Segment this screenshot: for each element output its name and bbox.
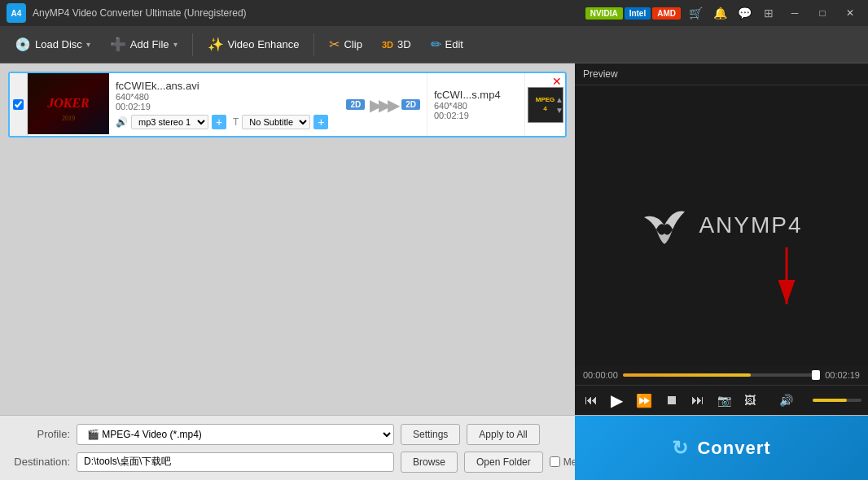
preview-progress: 00:00:00 00:02:19 xyxy=(575,365,868,385)
audio-select[interactable]: mp3 stereo 1 xyxy=(131,115,208,129)
scroll-down-button[interactable]: ▼ xyxy=(555,106,563,115)
file-item: JOKER 2019 fcCWIEk...ans.avi 640*480 00:… xyxy=(8,72,567,137)
audio-row: 🔊 mp3 stereo 1 + T No Subtitle + xyxy=(116,115,333,129)
volume-fill xyxy=(813,399,847,402)
logo-bird-icon xyxy=(640,205,689,246)
svg-text:2019: 2019 xyxy=(62,115,75,122)
edit-button[interactable]: ✏ Edit xyxy=(423,33,471,56)
anymp4-logo: ANYMP4 xyxy=(640,205,802,246)
load-disc-arrow: ▾ xyxy=(86,40,90,49)
source-duration-row: 00:02:19 xyxy=(116,102,333,111)
output-filename: fcCWI...s.mp4 xyxy=(434,89,518,101)
album-button[interactable]: 🖼 xyxy=(741,392,759,408)
window-controls: 🛒 🔔 💬 ⊞ ─ □ ✕ xyxy=(686,2,861,24)
close-button[interactable]: ✕ xyxy=(839,2,861,24)
source-filename: fcCWIEk...ans.avi xyxy=(116,80,199,92)
svg-text:JOKER: JOKER xyxy=(46,96,90,110)
nvidia-badge: NVIDIA xyxy=(585,7,623,20)
main-area: JOKER 2019 fcCWIEk...ans.avi 640*480 00:… xyxy=(0,63,868,415)
source-duration: 00:02:19 xyxy=(116,102,151,111)
add-audio-button[interactable]: + xyxy=(212,115,226,129)
arrow-right-icon: ▶▶▶ xyxy=(370,95,397,115)
chat-icon[interactable]: 💬 xyxy=(734,3,754,23)
progress-track[interactable] xyxy=(623,373,820,377)
cart-icon[interactable]: 🛒 xyxy=(686,3,705,23)
preview-panel: Preview ANYMP4 xyxy=(575,63,868,415)
bottom-bar: Profile: 🎬 MPEG-4 Video (*.mp4) Settings… xyxy=(0,415,868,480)
output-file-info: fcCWI...s.mp4 640*480 00:02:19 xyxy=(427,73,524,136)
app-logo: A4 xyxy=(7,3,26,23)
dest-2d-badge: 2D xyxy=(401,99,420,110)
convert-icon: ↻ xyxy=(672,437,689,460)
audio-icon: 🔊 xyxy=(116,116,128,128)
video-enhance-button[interactable]: ✨ Video Enhance xyxy=(199,33,308,56)
file-close-button[interactable]: ✕ xyxy=(550,75,563,88)
skip-forward-button[interactable]: ⏭ xyxy=(688,391,708,409)
logo-text: ANYMP4 xyxy=(699,212,802,238)
layout-icon[interactable]: ⊞ xyxy=(759,3,778,23)
clip-button[interactable]: ✂ Clip xyxy=(321,33,370,56)
thumbnail-inner: JOKER 2019 xyxy=(28,73,109,134)
apply-to-all-button[interactable]: Apply to All xyxy=(467,424,539,445)
browse-button[interactable]: Browse xyxy=(401,452,458,473)
source-meta-row: 640*480 xyxy=(116,92,333,102)
fast-forward-button[interactable]: ⏩ xyxy=(633,391,655,410)
settings-button[interactable]: Settings xyxy=(401,424,460,445)
disc-icon: 💿 xyxy=(15,37,31,52)
output-resolution: 640*480 xyxy=(434,101,518,111)
output-duration: 00:02:19 xyxy=(434,111,518,120)
source-2d-badge: 2D xyxy=(346,99,365,110)
toolbar-separator-2 xyxy=(313,33,314,56)
minimize-button[interactable]: ─ xyxy=(783,2,806,24)
intel-badge: Intel xyxy=(625,7,651,20)
skip-back-button[interactable]: ⏮ xyxy=(581,391,601,409)
profile-select[interactable]: 🎬 MPEG-4 Video (*.mp4) xyxy=(77,424,394,445)
volume-track[interactable] xyxy=(813,399,861,402)
volume-icon: 🔊 xyxy=(779,394,793,407)
toolbar: 💿 Load Disc ▾ ➕ Add File ▾ ✨ Video Enhan… xyxy=(0,26,868,63)
play-button[interactable]: ▶ xyxy=(607,389,626,412)
stop-button[interactable]: ⏹ xyxy=(662,391,682,409)
svg-text:A4: A4 xyxy=(11,9,22,18)
time-end: 00:02:19 xyxy=(825,370,860,380)
preview-header: Preview xyxy=(575,63,868,85)
edit-icon: ✏ xyxy=(431,37,441,52)
conversion-badges: 2D ▶▶▶ 2D xyxy=(340,73,427,136)
source-resolution: 640*480 xyxy=(116,92,149,102)
file-thumbnail: JOKER 2019 xyxy=(28,73,109,134)
progress-fill xyxy=(623,373,752,377)
scroll-up-button[interactable]: ▲ xyxy=(555,95,563,104)
enhance-icon: ✨ xyxy=(208,37,224,52)
add-file-icon: ➕ xyxy=(110,37,126,52)
scroll-controls: ▲ ▼ xyxy=(555,95,563,115)
add-file-button[interactable]: ➕ Add File ▾ xyxy=(102,33,186,56)
merge-checkbox[interactable] xyxy=(550,456,560,467)
subtitle-icon: T xyxy=(233,116,239,128)
gpu-badges: NVIDIA Intel AMD xyxy=(585,7,681,20)
file-item-checkbox[interactable] xyxy=(13,99,24,110)
add-file-arrow: ▾ xyxy=(173,40,178,49)
maximize-button[interactable]: □ xyxy=(811,2,834,24)
file-list-panel: JOKER 2019 fcCWIEk...ans.avi 640*480 00:… xyxy=(0,63,575,415)
bell-icon[interactable]: 🔔 xyxy=(710,3,730,23)
app-title: AnyMP4 Video Converter Ultimate (Unregis… xyxy=(33,7,585,19)
convert-label: Convert xyxy=(697,438,770,459)
source-name-row: fcCWIEk...ans.avi xyxy=(116,80,333,92)
convert-button[interactable]: ↻ Convert xyxy=(575,416,868,480)
add-subtitle-button[interactable]: + xyxy=(313,115,328,129)
toolbar-separator-1 xyxy=(192,33,193,56)
mpeg-badge: MPEG4 xyxy=(536,96,555,113)
red-arrow-icon xyxy=(754,243,819,325)
destination-label: Destination: xyxy=(13,456,70,468)
title-bar: A4 AnyMP4 Video Converter Ultimate (Unre… xyxy=(0,0,868,26)
amd-badge: AMD xyxy=(652,7,681,20)
screenshot-button[interactable]: 📷 xyxy=(714,392,734,408)
3d-icon: 3D xyxy=(382,40,393,50)
clip-icon: ✂ xyxy=(329,37,340,52)
open-folder-button[interactable]: Open Folder xyxy=(464,452,543,473)
destination-input[interactable] xyxy=(77,452,394,472)
3d-button[interactable]: 3D 3D xyxy=(374,34,419,55)
load-disc-button[interactable]: 💿 Load Disc ▾ xyxy=(7,33,99,56)
subtitle-select[interactable]: No Subtitle xyxy=(242,115,310,129)
time-start: 00:00:00 xyxy=(583,370,618,380)
